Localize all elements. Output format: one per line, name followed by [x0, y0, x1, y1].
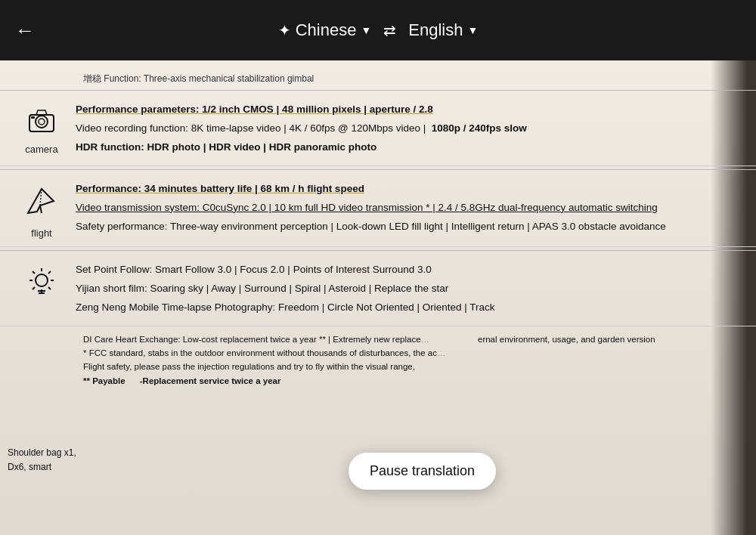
flight-text: Performance: 34 minutes battery life | 6… — [68, 181, 741, 237]
target-language-selector[interactable]: English ▼ — [408, 20, 478, 40]
target-lang-label: English — [408, 20, 463, 40]
smart-line-2: Yijian short film: Soaring sky | Away | … — [76, 280, 741, 298]
language-controls: ✦ Chinese ▼ ⇄ English ▼ — [278, 20, 479, 40]
camera-line-2: Video recording function: 8K time-lapse … — [76, 120, 741, 138]
source-lang-label: Chinese — [296, 20, 357, 40]
swap-languages-icon[interactable]: ⇄ — [383, 21, 396, 39]
bottom-line-2: * FCC standard, stabs in the outdoor env… — [83, 346, 741, 360]
top-annotation: 增稳 Function: Three-axis mechanical stabi… — [0, 68, 756, 87]
back-button[interactable]: ← — [15, 19, 35, 42]
smart-icon — [25, 265, 58, 305]
sparkle-icon: ✦ — [278, 21, 291, 39]
smart-text: Set Point Follow: Smart Follow 3.0 | Foc… — [68, 261, 741, 318]
smart-line-3: Zeng Neng Mobile Time-lapse Photography:… — [76, 299, 741, 317]
svg-point-0 — [36, 116, 48, 128]
source-lang-dropdown-icon: ▼ — [361, 24, 371, 36]
top-bar: ← ✦ Chinese ▼ ⇄ English ▼ — [0, 0, 756, 60]
svg-line-12 — [33, 271, 35, 274]
svg-point-7 — [36, 274, 48, 286]
target-lang-dropdown-icon: ▼ — [467, 24, 478, 36]
svg-line-5 — [40, 206, 42, 213]
flight-section: flight Performance: 34 minutes battery l… — [0, 173, 756, 247]
camera-line-3: HDR function: HDR photo | HDR video | HD… — [76, 139, 741, 156]
flight-icon-block: flight — [15, 181, 68, 239]
bottom-line-4: ** Payable -Replacement service twice a … — [83, 374, 741, 388]
bottom-line-3: Flight safety, please pass the injection… — [83, 360, 741, 373]
camera-icon — [26, 105, 57, 141]
svg-line-15 — [33, 287, 35, 289]
content-overlay: 增稳 Function: Three-axis mechanical stabi… — [0, 60, 756, 535]
bottom-text-area: DI Care Heart Exchange: Low-cost replace… — [0, 326, 756, 394]
camera-text: Performance parameters: 1/2 inch CMOS | … — [68, 101, 741, 158]
bottom-line-1: DI Care Heart Exchange: Low-cost replace… — [83, 332, 741, 346]
bottom-left-label: Shoulder bag x1, Dx6, smart — [8, 446, 76, 475]
smart-line-1: Set Point Follow: Smart Follow 3.0 | Foc… — [76, 261, 741, 279]
source-language-selector[interactable]: ✦ Chinese ▼ — [278, 20, 372, 40]
camera-line-1: Performance parameters: 1/2 inch CMOS | … — [76, 101, 741, 119]
smart-icon-block — [15, 261, 68, 305]
divider-1 — [0, 90, 756, 91]
flight-label: flight — [31, 227, 51, 239]
flight-icon — [25, 184, 58, 224]
svg-rect-3 — [31, 116, 35, 119]
camera-icon-block: camera — [15, 101, 68, 155]
shoulder-bag-text: Shoulder bag x1, Dx6, smart — [8, 447, 76, 472]
camera-section: camera Performance parameters: 1/2 inch … — [0, 94, 756, 166]
camera-label: camera — [25, 144, 57, 155]
divider-2 — [0, 169, 756, 170]
smart-section: Set Point Follow: Smart Follow 3.0 | Foc… — [0, 254, 756, 326]
svg-line-14 — [48, 271, 51, 274]
svg-line-13 — [48, 287, 51, 289]
flight-line-1: Performance: 34 minutes battery life | 6… — [76, 181, 741, 198]
flight-line-3: Safety performance: Three-way environmen… — [76, 218, 741, 236]
pause-translation-button[interactable]: Pause translation — [349, 453, 496, 490]
divider-3 — [0, 250, 756, 251]
svg-point-1 — [39, 119, 45, 125]
flight-line-2: Video transmission system: C0cuSync 2.0 … — [76, 199, 741, 217]
main-content: 增稳 Function: Three-axis mechanical stabi… — [0, 60, 756, 535]
